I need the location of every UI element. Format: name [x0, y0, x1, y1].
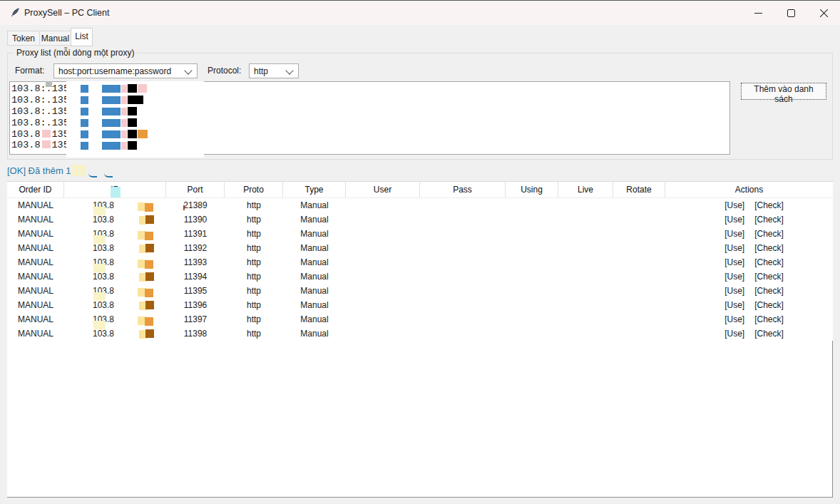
column-header-proto[interactable]: Proto [225, 182, 283, 197]
cell-ip: 103.8 [64, 255, 166, 269]
window-controls [742, 1, 840, 24]
protocol-value: http [254, 66, 268, 76]
cell-ip: 103.8 [64, 298, 166, 312]
use-action[interactable]: [Use] [724, 200, 744, 210]
cell-proto: http [225, 198, 283, 212]
check-action[interactable]: [Check] [754, 229, 784, 239]
redaction-block [128, 107, 137, 115]
table-row[interactable]: MANUAL103.811395httpManual[Use][Check] [7, 284, 833, 298]
cell-order_id: MANUAL [7, 269, 64, 284]
tab-manual[interactable]: Manual [39, 31, 71, 46]
tab-token[interactable]: Token [7, 31, 40, 46]
column-header-pass[interactable]: Pass [420, 182, 506, 197]
redaction-block [121, 142, 127, 150]
redaction-block [121, 85, 127, 93]
check-action[interactable]: [Check] [754, 300, 784, 310]
use-action[interactable]: [Use] [724, 257, 744, 267]
table-row[interactable]: MANUAL103.811393httpManual[Use][Check] [7, 255, 833, 269]
cell-proto: http [225, 255, 283, 269]
use-action[interactable]: [Use] [724, 286, 744, 296]
protocol-combobox[interactable]: http [249, 63, 299, 78]
cell-actions: [Use][Check] [665, 298, 833, 312]
cell-ip: 103.8 [64, 312, 166, 326]
redaction-block [81, 130, 88, 138]
cell-live [558, 198, 613, 212]
cell-user [346, 198, 420, 212]
cell-using [506, 298, 558, 312]
use-action[interactable]: [Use] [724, 272, 744, 282]
redaction-block [121, 108, 127, 115]
cell-type: Manual [283, 284, 346, 298]
check-action[interactable]: [Check] [754, 272, 784, 282]
maximize-button[interactable] [774, 1, 807, 24]
check-action[interactable]: [Check] [754, 286, 784, 296]
table-row[interactable]: MANUAL103.811391httpManual[Use][Check] [7, 227, 833, 241]
column-header-ip[interactable]: IP [64, 182, 166, 197]
table-row[interactable]: MANUAL103.821389httpManual[Use][Check] [7, 198, 833, 212]
redaction-block [81, 108, 88, 115]
redaction-mark [88, 173, 97, 178]
table-row[interactable]: MANUAL103.811396httpManual[Use][Check] [7, 298, 833, 312]
redaction-block [121, 130, 127, 138]
cell-order_id: MANUAL [7, 227, 64, 241]
column-header-order-id[interactable]: Order ID [7, 182, 64, 197]
column-header-live[interactable]: Live [558, 182, 613, 197]
close-icon [819, 9, 829, 18]
use-action[interactable]: [Use] [724, 314, 744, 324]
cell-using [506, 198, 558, 212]
column-header-using[interactable]: Using [506, 182, 558, 197]
column-header-rotate[interactable]: Rotate [613, 182, 665, 197]
column-header-actions[interactable]: Actions [665, 182, 833, 197]
cell-pass [420, 312, 506, 326]
use-action[interactable]: [Use] [724, 215, 744, 225]
check-action[interactable]: [Check] [754, 215, 784, 225]
cell-order_id: MANUAL [7, 284, 64, 298]
cell-user [346, 269, 420, 284]
cell-rotate [613, 269, 665, 284]
cell-pass [420, 212, 506, 227]
cell-order_id: MANUAL [7, 241, 64, 255]
cell-port: 11394 [166, 269, 225, 284]
format-combobox[interactable]: host:port:username:password [53, 63, 198, 78]
close-button[interactable] [807, 1, 840, 24]
check-action[interactable]: [Check] [754, 314, 784, 324]
check-action[interactable]: [Check] [754, 329, 784, 339]
add-to-list-button[interactable]: Thêm vào danh sách [741, 83, 826, 100]
table-right-border [832, 341, 833, 498]
table-row[interactable]: MANUAL103.811394httpManual[Use][Check] [7, 269, 833, 284]
table-row[interactable]: MANUAL103.811398httpManual[Use][Check] [7, 326, 833, 341]
minimize-button[interactable] [742, 1, 774, 24]
check-action[interactable]: [Check] [754, 257, 784, 267]
use-action[interactable]: [Use] [724, 229, 744, 239]
maximize-icon [787, 9, 795, 17]
cell-pass [420, 227, 506, 241]
redaction-block [128, 96, 143, 104]
cell-proto: http [225, 227, 283, 241]
tab-list[interactable]: List [71, 28, 93, 46]
table-row[interactable]: MANUAL103.811390httpManual[Use][Check] [7, 212, 833, 227]
check-action[interactable]: [Check] [754, 200, 784, 210]
table-row[interactable]: MANUAL103.811392httpManual[Use][Check] [7, 241, 833, 255]
column-header-type[interactable]: Type [283, 182, 346, 197]
cell-proto: http [225, 284, 283, 298]
format-value: host:port:username:password [58, 66, 171, 76]
cell-actions: [Use][Check] [665, 284, 833, 298]
use-action[interactable]: [Use] [724, 329, 744, 339]
cell-actions: [Use][Check] [665, 212, 833, 227]
cell-order_id: MANUAL [7, 326, 64, 341]
cell-type: Manual [283, 326, 346, 341]
column-header-user[interactable]: User [346, 182, 420, 197]
table-row[interactable]: MANUAL103.811397httpManual[Use][Check] [7, 312, 833, 326]
use-action[interactable]: [Use] [724, 300, 744, 310]
redaction-mark [104, 173, 113, 178]
redaction-block [42, 140, 51, 148]
use-action[interactable]: [Use] [724, 243, 744, 253]
cell-proto: http [225, 241, 283, 255]
chevron-down-icon [285, 66, 293, 74]
cell-user [346, 227, 420, 241]
cell-port: 11391 [166, 227, 225, 241]
table-body: MANUAL103.821389httpManual[Use][Check]MA… [7, 198, 833, 341]
check-action[interactable]: [Check] [754, 243, 784, 253]
column-header-port[interactable]: Port [166, 182, 225, 197]
cell-type: Manual [283, 298, 346, 312]
